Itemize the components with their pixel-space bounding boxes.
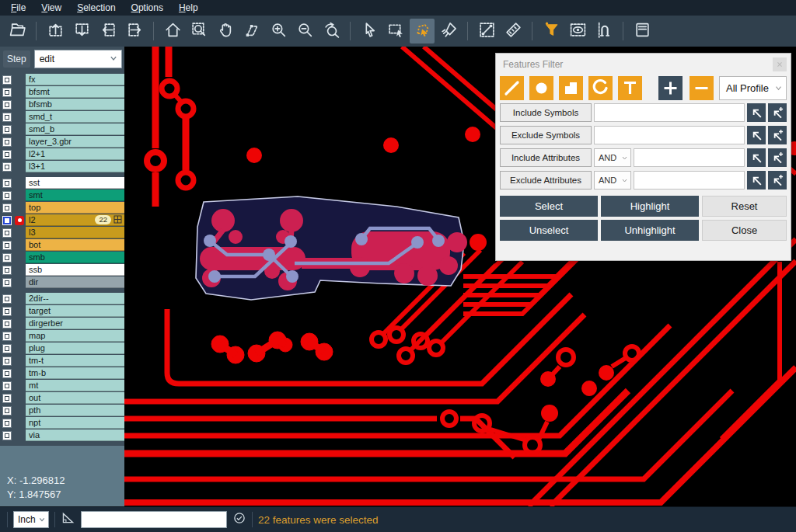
layer-checkbox-l2[interactable] <box>0 216 13 225</box>
exclude-attributes-button[interactable]: Exclude Attributes <box>500 171 592 190</box>
layer-name-via[interactable]: via <box>26 429 124 441</box>
menu-view[interactable]: View <box>33 1 69 15</box>
include-symbols-pick-add-button[interactable] <box>768 103 787 122</box>
include-attributes-input[interactable] <box>634 148 745 167</box>
include-attributes-button[interactable]: Include Attributes <box>500 148 592 167</box>
menu-selection[interactable]: Selection <box>69 1 123 15</box>
exclude-attributes-input[interactable] <box>634 171 745 190</box>
unhighlight-button[interactable]: Unhighlight <box>601 220 699 241</box>
layer-checkbox-smt[interactable] <box>0 191 13 200</box>
surface-filter-button[interactable] <box>559 76 583 100</box>
view-options-button[interactable] <box>565 19 590 43</box>
layer-checkbox-tm-t[interactable] <box>0 356 13 366</box>
arc-filter-button[interactable] <box>588 76 613 100</box>
move-up-button[interactable] <box>43 19 68 43</box>
move-right-button[interactable] <box>122 19 147 43</box>
layer-checkbox-out[interactable] <box>0 394 13 403</box>
layer-name-tm-t[interactable]: tm-t <box>26 355 124 367</box>
layer-name-smd_b[interactable]: smd_b <box>26 123 124 135</box>
layer-checkbox-pth[interactable] <box>0 406 13 416</box>
exclude-symbols-input[interactable] <box>594 126 745 144</box>
include-symbols-pick-button[interactable] <box>747 103 766 122</box>
exclude-symbols-button[interactable]: Exclude Symbols <box>500 126 592 144</box>
close-button[interactable]: Close <box>702 220 787 241</box>
layer-checkbox-l3[interactable] <box>0 228 13 238</box>
layer-name-dir[interactable]: dir <box>26 276 124 288</box>
command-input[interactable] <box>81 511 227 528</box>
zoom-area-button[interactable] <box>187 19 211 43</box>
clear-selection-button[interactable] <box>436 19 461 43</box>
include-attributes-logic-select[interactable]: AND <box>594 148 631 167</box>
unselect-button[interactable]: Unselect <box>500 220 598 241</box>
open-file-button[interactable] <box>5 19 30 43</box>
layer-name-smt[interactable]: smt <box>26 190 124 201</box>
layer-name-tm-b[interactable]: tm-b <box>26 367 124 379</box>
exclude-attributes-pick-button[interactable] <box>747 171 766 190</box>
move-down-button[interactable] <box>69 19 94 43</box>
layer-checkbox-dirgerber[interactable] <box>0 319 13 329</box>
layer-checkbox-fx[interactable] <box>0 75 13 85</box>
include-attributes-pick-add-button[interactable] <box>768 148 787 167</box>
refresh-icon[interactable] <box>232 511 246 528</box>
layer-name-top[interactable]: top <box>26 202 124 214</box>
menu-file[interactable]: File <box>3 1 33 15</box>
layer-checkbox-smd_b[interactable] <box>0 125 13 134</box>
polygon-select-button[interactable] <box>410 19 435 43</box>
negative-polarity-button[interactable] <box>690 76 714 100</box>
layer-checkbox-smb[interactable] <box>0 253 13 263</box>
layer-checkbox-sst[interactable] <box>0 179 13 188</box>
include-symbols-button[interactable]: Include Symbols <box>500 103 592 122</box>
layer-name-ssb[interactable]: ssb <box>26 264 124 276</box>
highlight-button[interactable]: Highlight <box>601 196 699 217</box>
layer-checkbox-l2+1[interactable] <box>0 150 13 159</box>
layer-name-smb[interactable]: smb <box>26 252 124 263</box>
layer-checkbox-ssb[interactable] <box>0 266 13 275</box>
layer-name-bot[interactable]: bot <box>26 239 124 251</box>
dialog-titlebar[interactable]: Features Filter <box>496 54 791 75</box>
layer-name-l2[interactable]: l222 <box>26 214 124 226</box>
layer-name-plug[interactable]: plug <box>26 342 124 354</box>
line-filter-button[interactable] <box>500 76 524 100</box>
include-symbols-input[interactable] <box>594 103 745 122</box>
report-button[interactable] <box>630 19 655 43</box>
layer-name-mt[interactable]: mt <box>26 380 124 391</box>
positive-polarity-button[interactable] <box>658 76 683 100</box>
layer-name-bfsmb[interactable]: bfsmb <box>26 99 124 110</box>
layer-name-layer_3.gbr[interactable]: layer_3.gbr <box>26 136 124 148</box>
snap-button[interactable] <box>592 19 616 43</box>
layer-checkbox-layer_3.gbr[interactable] <box>0 137 13 147</box>
layer-checkbox-bfsmt[interactable] <box>0 88 13 97</box>
layer-name-dirgerber[interactable]: dirgerber <box>26 318 124 329</box>
zoom-out-button[interactable] <box>292 19 317 43</box>
layer-checkbox-npt[interactable] <box>0 419 13 428</box>
layer-checkbox-dir[interactable] <box>0 278 13 287</box>
layer-name-l3[interactable]: l3 <box>26 227 124 238</box>
corner-angle-icon[interactable] <box>61 511 75 529</box>
ruler-button[interactable] <box>501 19 525 43</box>
layer-checkbox-plug[interactable] <box>0 344 13 353</box>
select-cursor-button[interactable] <box>357 19 382 43</box>
pad-filter-button[interactable] <box>529 76 553 100</box>
select-button[interactable]: Select <box>500 196 598 217</box>
layer-name-out[interactable]: out <box>26 392 124 404</box>
include-attributes-pick-button[interactable] <box>747 148 766 167</box>
layer-name-pth[interactable]: pth <box>26 405 124 416</box>
rectangle-select-button[interactable] <box>383 19 408 43</box>
zoom-drag-button[interactable] <box>239 19 264 43</box>
exclude-attributes-pick-add-button[interactable] <box>768 171 787 190</box>
layer-name-smd_t[interactable]: smd_t <box>26 111 124 123</box>
dialog-close-button[interactable] <box>773 57 787 71</box>
layer-name-bfsmt[interactable]: bfsmt <box>26 86 124 98</box>
exclude-attributes-logic-select[interactable]: AND <box>594 171 631 190</box>
unit-select[interactable]: Inch <box>13 511 49 528</box>
measure-button[interactable] <box>474 19 499 43</box>
step-select[interactable]: edit <box>34 50 122 68</box>
layer-checkbox-tm-b[interactable] <box>0 369 13 378</box>
layer-checkbox-smd_t[interactable] <box>0 113 13 122</box>
layer-checkbox-map[interactable] <box>0 332 13 341</box>
features-filter-button[interactable] <box>539 19 564 43</box>
layer-name-map[interactable]: map <box>26 330 124 342</box>
layer-checkbox-target[interactable] <box>0 307 13 316</box>
menu-help[interactable]: Help <box>171 1 206 15</box>
layer-checkbox-top[interactable] <box>0 203 13 213</box>
